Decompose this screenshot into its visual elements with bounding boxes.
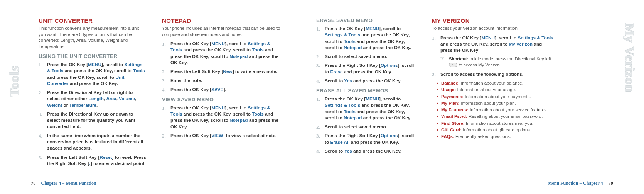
subheading-erase-all-memos: ERASE ALL SAVED MEMOS [316,88,416,94]
keyword: Tools [344,39,356,44]
step-item: Press the OK Key [MENU], scroll to Setti… [162,41,282,66]
keyword: Yes [344,78,352,83]
page-number-left: 78 [31,180,36,186]
bullet-item: Vmail Pswd: Resetting about your email p… [441,113,555,120]
keyword: Options [381,63,398,68]
bullet-text: Information about your balance. [460,81,523,85]
step-item: Press the OK Key [MENU], scroll to Setti… [39,61,147,87]
step-item: Press the OK Key [MENU], scroll to Setti… [432,35,555,54]
subheading-erase-saved-memo: ERASE SAVED MEMO [316,17,416,23]
step-item: Press the Left Soft Key [New] to write a… [162,68,282,75]
hand-icon [440,56,447,61]
bullet-item: Usage: Information about your usage. [441,87,555,93]
bullet-text: Information about your payments. [464,94,531,99]
step-item: Press the Directional Key left or right … [39,89,147,108]
step-item: Scroll to select saved memo. [316,53,416,60]
intro-notepad: Your phone includes an internal notepad … [162,26,282,37]
keyword: Temperature [69,102,96,108]
keyword: MENU [88,62,101,67]
keyword: Tools [252,47,264,53]
bullet-label: FAQs: [441,134,454,139]
step-item: Press the OK Key [VIEW] to view a select… [162,133,282,139]
bullet-label: Payments: [441,94,464,99]
keyword: Area [106,96,116,101]
keyword: New [223,69,232,74]
keyword: Erase All [330,140,349,145]
keyword: Notepad [344,45,362,50]
keyword: MENU [481,35,495,41]
step-item: Scroll to Yes and press the OK Key. [316,78,416,84]
keyword: Settings & Tools [325,32,360,37]
bullet-label: My Plan: [441,101,459,106]
bullet-label: Balance: [441,81,460,85]
keyword: Notepad [229,54,248,59]
bullet-text: Information about gift card options. [462,128,531,132]
directional-key-icon [449,63,457,67]
step-item: Press the Right Soft Key [Options], scro… [316,133,416,145]
bullet-label: Gift Card: [441,128,462,132]
step-item: In the same time when inputs a number th… [39,133,147,151]
shortcut-label: Shortcut: [449,56,468,61]
steps-notepad: Press the OK Key [MENU], scroll to Setti… [162,41,282,93]
steps-my-verizon-2: Scroll to access the following options. [432,71,555,77]
intro-unit-converter: This function converts any measurement i… [39,26,147,49]
bullet-item: Payments: Information about your payment… [441,94,555,100]
steps-view-saved-memo: Press the OK Key [MENU], scroll to Setti… [162,105,282,139]
shortcut-text-2: to access My Verizon. [457,63,501,67]
keyword: Settings & Tools [518,35,553,41]
footer-right: Menu Function − Chapter 4 79 [548,180,613,186]
heading-notepad: NOTEPAD [162,17,282,24]
bullet-text: Information about your usage. [456,87,516,92]
bullet-label: Vmail Pswd: [441,114,467,119]
step-item: Press the OK Key [MENU], scroll to Setti… [316,26,416,51]
bullet-text: Resetting about your email password. [467,114,543,119]
keyword: VIEW [211,133,223,138]
keyword: Notepad [229,117,248,123]
step-item: Press the Directional Key up or down to … [39,111,147,130]
shortcut-text: Shortcut: In idle mode, press the Direct… [449,56,555,68]
step-item: Press the OK Key [MENU], scroll to Setti… [162,105,282,130]
keyword: Length [89,96,104,101]
subheading-using-unit-converter: USING THE UNIT CONVERTER [39,53,147,59]
footer-left: 78 Chapter 4 − Menu Function [31,180,96,186]
step-scroll-options: Scroll to access the following options. [432,71,555,77]
chapter-label-right: Menu Function − Chapter 4 [548,180,603,186]
bullet-item: Gift Card: Information about gift card o… [441,127,555,133]
page-number-right: 79 [609,180,614,186]
keyword: Yes [344,148,352,154]
bullet-item: My Features: Information about your serv… [441,107,555,113]
intro-my-verizon: To access your Verizon account informati… [432,26,555,32]
bullet-list-options: Balance: Information about your balance.… [432,80,555,140]
bullet-label: Find Store: [441,121,465,126]
step-item: Press the Right Soft Key [Options], scro… [316,62,416,75]
keyword: Reset [99,155,112,160]
side-tab-left: Tools [7,66,22,97]
keyword: SAVE [211,87,223,92]
bullet-item: FAQs: Frequently asked questions. [441,133,555,140]
page-spread: UNIT CONVERTER This function converts an… [31,17,613,168]
keyword: Tools [344,109,356,114]
step-item: Enter the note. [162,77,282,83]
column-notepad: NOTEPAD Your phone includes an internal … [154,17,289,168]
chapter-label-left: Chapter 4 − Menu Function [41,180,96,186]
column-unit-converter: UNIT CONVERTER This function converts an… [31,17,154,168]
keyword: Volume [119,96,135,101]
keyword: Tools [133,68,145,73]
bullet-text: Information about your plan. [459,101,516,106]
heading-unit-converter: UNIT CONVERTER [39,17,147,24]
step-item: Press the OK Key [MENU], scroll to Setti… [316,96,416,121]
column-erase-memo: ERASE SAVED MEMO Press the OK Key [MENU]… [289,17,424,168]
bullet-item: My Plan: Information about your plan. [441,100,555,107]
heading-my-verizon: MY VERIZON [432,17,555,24]
bullet-label: Usage: [441,87,456,92]
bullet-text: Information about your service features. [469,107,548,112]
steps-erase-saved-memo: Press the OK Key [MENU], scroll to Setti… [316,26,416,84]
keyword: MENU [211,41,225,46]
keyword: Options [381,133,398,138]
keyword: Settings & Tools [325,102,360,108]
side-tab-right: My Verizon [622,23,637,92]
bullet-item: Balance: Information about your balance. [441,80,555,87]
keyword: Erase [330,69,342,75]
steps-erase-all-memos: Press the OK Key [MENU], scroll to Setti… [316,96,416,154]
keyword: Notepad [344,115,362,121]
